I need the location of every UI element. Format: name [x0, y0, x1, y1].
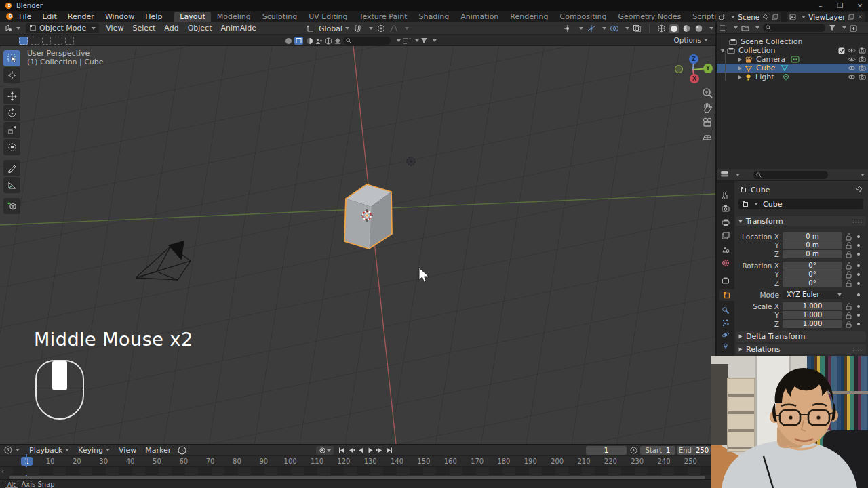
falloff-curve-icon[interactable] — [389, 24, 398, 33]
gizmos-toggle-icon[interactable] — [587, 24, 596, 33]
drag-handle-icon[interactable]: :::: — [852, 218, 863, 224]
scale-tool[interactable] — [3, 122, 20, 138]
outliner-row-scene-collection[interactable]: Scene Collection — [717, 37, 868, 46]
funnel-filter-icon[interactable] — [420, 37, 428, 45]
outliner-row-cube[interactable]: Cube — [717, 64, 868, 73]
tab-particles[interactable] — [719, 317, 732, 328]
drag-handle-icon[interactable]: :::: — [852, 346, 863, 352]
show-gizmo-icon[interactable] — [564, 24, 573, 33]
value-field[interactable]: 0 m — [783, 250, 842, 258]
viewport-3d[interactable]: Z Y X User Perspective (1) Collection | … — [0, 46, 716, 444]
lock-open-icon[interactable] — [846, 312, 852, 319]
value-field[interactable]: 1.000 — [783, 311, 842, 319]
auto-key-record-button[interactable] — [316, 446, 334, 455]
tab-physics[interactable] — [719, 329, 732, 340]
tab-constraints[interactable] — [719, 341, 732, 352]
editor-type-button[interactable] — [4, 24, 20, 33]
shading-solid-active[interactable] — [669, 24, 679, 33]
blender-menu-icon[interactable] — [5, 12, 14, 20]
animate-property-dot[interactable] — [857, 282, 860, 285]
overlays-toggle-icon[interactable] — [610, 24, 619, 33]
animate-property-dot[interactable] — [857, 273, 860, 276]
timeline-menu-view[interactable]: View — [119, 446, 136, 455]
restore-icon[interactable]: ❐ — [836, 2, 844, 9]
workspace-tab-uv-editing[interactable]: UV Editing — [303, 12, 353, 22]
timeline-menu-playback[interactable]: Playback — [29, 446, 69, 455]
workspace-tab-shading[interactable]: Shading — [414, 12, 455, 22]
pin-icon[interactable] — [762, 14, 769, 20]
tab-world[interactable] — [719, 257, 732, 268]
measure-tool[interactable] — [3, 177, 20, 193]
timeline-menu-keying[interactable]: Keying — [78, 446, 110, 455]
workspace-tab-sculpting[interactable]: Sculpting — [257, 12, 302, 22]
outliner-filter-icon[interactable] — [829, 24, 836, 32]
play-button[interactable] — [366, 446, 374, 455]
delta-transform-panel-header[interactable]: Delta Transform — [736, 331, 866, 342]
render-restrict-icon[interactable] — [859, 47, 866, 54]
value-field[interactable]: 0° — [783, 270, 842, 279]
chevron-down-icon[interactable] — [861, 174, 865, 176]
chevron-down-icon[interactable] — [433, 39, 437, 42]
workspace-tab-geometry-nodes[interactable]: Geometry Nodes — [612, 12, 686, 22]
filter-sphere-icon[interactable] — [306, 37, 313, 45]
jump-to-end-button[interactable] — [385, 446, 393, 455]
scene-selector[interactable]: Scene — [716, 12, 781, 22]
chevron-down-icon[interactable] — [415, 39, 419, 42]
pin-icon[interactable] — [856, 186, 863, 193]
new-collection-icon[interactable] — [850, 24, 857, 32]
expand-arrow-icon[interactable] — [738, 66, 742, 70]
select-mode-invert-icon[interactable] — [54, 37, 62, 45]
viewport-menu-object[interactable]: Object — [188, 24, 212, 33]
value-field[interactable]: 0° — [783, 279, 842, 287]
menu-window[interactable]: Window — [105, 12, 134, 21]
outliner-row-light[interactable]: Light — [717, 73, 868, 81]
minimize-icon[interactable]: – — [816, 2, 825, 9]
tab-render[interactable] — [719, 203, 732, 214]
animate-property-dot[interactable] — [857, 253, 860, 256]
auto-keying-clock-icon[interactable] — [178, 446, 186, 455]
mode-dropdown[interactable]: Object Mode — [26, 23, 99, 33]
filter-globe-icon[interactable] — [325, 37, 332, 45]
outliner-display-mode-icon[interactable] — [719, 24, 728, 32]
sort-list-icon[interactable] — [403, 37, 411, 45]
transform-panel-header[interactable]: Transform :::: — [736, 216, 866, 226]
zoom-view-icon[interactable] — [701, 87, 713, 99]
start-frame-field[interactable]: Start 1 — [640, 446, 675, 455]
animate-property-dot[interactable] — [857, 264, 860, 267]
lock-open-icon[interactable] — [846, 262, 852, 270]
proportional-editing-icon[interactable] — [377, 24, 385, 33]
menu-edit[interactable]: Edit — [42, 12, 56, 21]
animate-property-dot[interactable] — [857, 305, 860, 308]
navigation-gizmo[interactable]: Z Y X — [675, 54, 713, 83]
jump-to-start-button[interactable] — [338, 446, 346, 455]
remove-view-layer-icon[interactable]: ✕ — [857, 14, 863, 20]
next-keyframe-button[interactable] — [376, 446, 384, 455]
eye-icon[interactable] — [848, 47, 856, 54]
snap-magnet-icon[interactable] — [353, 24, 362, 33]
filter-square-icon[interactable] — [294, 37, 303, 45]
animate-property-dot[interactable] — [857, 293, 860, 296]
workspace-tab-rendering[interactable]: Rendering — [505, 12, 553, 22]
tab-modifiers[interactable] — [719, 304, 732, 316]
camera-object[interactable] — [136, 241, 191, 280]
select-mode-extend-icon[interactable] — [31, 37, 39, 45]
pan-hand-icon[interactable] — [701, 102, 713, 114]
viewport-menu-select[interactable]: Select — [132, 24, 155, 33]
value-field[interactable]: 1.000 — [783, 320, 842, 328]
viewport-menu-add[interactable]: Add — [164, 24, 178, 33]
eye-icon[interactable] — [848, 65, 856, 71]
eye-icon[interactable] — [848, 74, 856, 80]
chevron-down-icon[interactable] — [397, 39, 401, 42]
chevron-down-icon[interactable] — [369, 27, 373, 30]
orthographic-toggle-icon[interactable] — [701, 130, 713, 142]
annotate-tool[interactable] — [3, 160, 20, 176]
menu-help[interactable]: Help — [145, 12, 162, 21]
menu-file[interactable]: File — [19, 12, 31, 21]
select-mode-new-icon[interactable] — [19, 37, 28, 45]
value-field[interactable]: 0 m — [783, 241, 842, 249]
render-restrict-icon[interactable] — [859, 74, 866, 80]
end-frame-field[interactable]: End 250 — [677, 446, 711, 455]
properties-search-input[interactable] — [753, 171, 828, 179]
animate-property-dot[interactable] — [857, 323, 860, 325]
shading-wireframe-icon[interactable] — [657, 24, 666, 33]
